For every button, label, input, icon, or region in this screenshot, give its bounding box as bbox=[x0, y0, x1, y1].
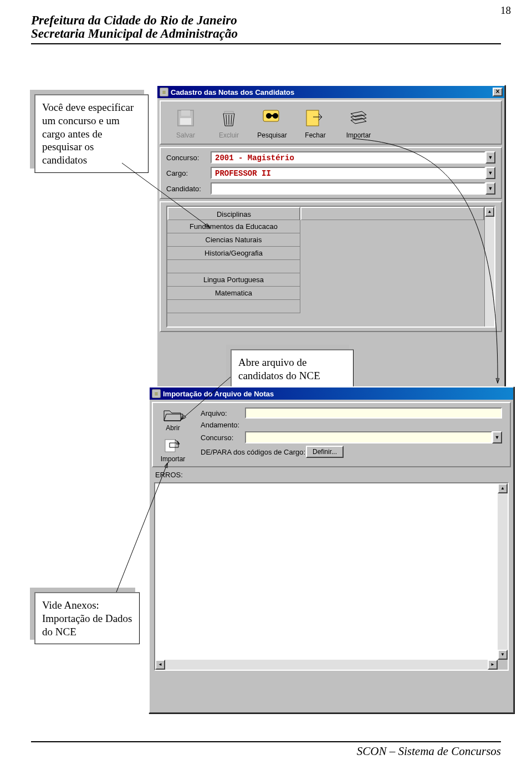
cargo-label: Cargo: bbox=[166, 169, 211, 177]
chevron-down-icon[interactable]: ▼ bbox=[485, 151, 495, 164]
concurso-label: Concurso: bbox=[166, 154, 211, 162]
concurso-value: 2001 - Magistério bbox=[211, 151, 485, 164]
scroll-right-icon[interactable]: ► bbox=[488, 660, 498, 670]
importar-button[interactable]: Importar bbox=[339, 106, 378, 139]
pesquisar-label: Pesquisar bbox=[253, 131, 291, 139]
save-icon bbox=[173, 106, 198, 130]
footer: SCON – Sistema de Concursos bbox=[31, 741, 501, 758]
window-title: Importação do Arquivo de Notas bbox=[163, 390, 511, 398]
excluir-button[interactable]: Excluir bbox=[209, 106, 248, 139]
erros-textarea[interactable]: ▲ ▼ ◄ ► bbox=[154, 482, 509, 671]
scrollbar-horizontal[interactable]: ◄ ► bbox=[155, 660, 498, 670]
grid-cell[interactable] bbox=[167, 260, 300, 273]
exit-icon bbox=[303, 106, 328, 130]
footer-text: SCON – Sistema de Concursos bbox=[31, 745, 501, 758]
svg-line-3 bbox=[226, 115, 227, 125]
arquivo-input[interactable] bbox=[245, 407, 502, 419]
folder-open-icon bbox=[162, 406, 184, 423]
fechar-label: Fechar bbox=[296, 131, 335, 139]
header-line1: Prefeitura da Cidade do Rio de Janeiro bbox=[31, 13, 501, 28]
chevron-down-icon[interactable]: ▼ bbox=[492, 431, 502, 443]
fechar-button[interactable]: Fechar bbox=[296, 106, 335, 139]
concurso2-combo[interactable]: ▼ bbox=[245, 431, 502, 443]
callout-vide-anexos: Vide Anexos: Importação de Dados do NCE bbox=[34, 592, 140, 644]
document-header: Prefeitura da Cidade do Rio de Janeiro S… bbox=[31, 13, 501, 44]
svg-rect-2 bbox=[180, 118, 191, 125]
chevron-down-icon[interactable]: ▼ bbox=[485, 167, 495, 179]
grid-cell[interactable]: Lingua Portuguesa bbox=[167, 273, 300, 287]
window-cadastro-notas: ≡ Cadastro das Notas dos Candidatos × Sa… bbox=[156, 85, 505, 395]
svg-line-5 bbox=[231, 115, 232, 125]
cargo-value: PROFESSOR II bbox=[211, 167, 485, 179]
callout-abre-arquivo: Abre arquivo de candidatos do NCE bbox=[231, 349, 354, 389]
window-importacao: ≡ Importação do Arquivo de Notas Abrir I… bbox=[149, 386, 514, 713]
page-number: 18 bbox=[500, 4, 511, 17]
importar-label: Importar bbox=[339, 131, 378, 139]
titlebar-importacao: ≡ Importação do Arquivo de Notas bbox=[150, 387, 513, 400]
scrollbar-vertical[interactable]: ▲ bbox=[484, 207, 494, 327]
grid-cell[interactable]: Historia/Geografia bbox=[167, 247, 300, 260]
header-line2: Secretaria Municipal de Administração bbox=[31, 27, 501, 41]
grid-header: Disciplinas bbox=[167, 207, 300, 220]
importar-button[interactable]: Importar bbox=[155, 437, 191, 463]
scroll-up-icon[interactable]: ▲ bbox=[498, 483, 508, 493]
salvar-button[interactable]: Salvar bbox=[166, 106, 205, 139]
erros-label: ERROS: bbox=[155, 471, 508, 479]
salvar-label: Salvar bbox=[166, 131, 205, 139]
svg-rect-6 bbox=[224, 111, 233, 114]
import-stack-icon bbox=[346, 106, 371, 130]
candidato-value bbox=[211, 182, 485, 195]
toolbar: Salvar Excluir Pesquisar Fechar bbox=[161, 101, 501, 144]
definir-button[interactable]: Definir... bbox=[306, 446, 344, 458]
scrollbar-vertical[interactable]: ▲ ▼ bbox=[498, 483, 508, 660]
cargo-combo[interactable]: PROFESSOR II ▼ bbox=[211, 167, 495, 179]
pesquisar-button[interactable]: Pesquisar bbox=[253, 106, 291, 139]
callout-specify: Você deve especificar um concurso e um c… bbox=[34, 94, 149, 173]
abrir-button[interactable]: Abrir bbox=[155, 406, 191, 432]
arquivo-label: Arquivo: bbox=[201, 409, 245, 417]
andamento-label: Andamento: bbox=[201, 421, 245, 429]
svg-rect-1 bbox=[181, 110, 190, 116]
close-icon[interactable]: × bbox=[493, 88, 503, 96]
abrir-label: Abrir bbox=[155, 424, 191, 432]
svg-rect-11 bbox=[306, 110, 319, 126]
importar-label: Importar bbox=[155, 455, 191, 463]
scroll-left-icon[interactable]: ◄ bbox=[155, 660, 165, 670]
app-icon: ≡ bbox=[152, 389, 161, 398]
trash-icon bbox=[217, 106, 241, 130]
header-rule bbox=[31, 43, 501, 44]
excluir-label: Excluir bbox=[209, 131, 248, 139]
grid-cell[interactable]: Ciencias Naturais bbox=[167, 233, 300, 247]
scroll-up-icon[interactable]: ▲ bbox=[485, 207, 494, 217]
chevron-down-icon[interactable]: ▼ bbox=[485, 182, 495, 195]
titlebar-cadastro: ≡ Cadastro das Notas dos Candidatos × bbox=[157, 86, 504, 98]
candidato-label: Candidato: bbox=[166, 185, 211, 193]
window-title: Cadastro das Notas dos Candidatos bbox=[171, 88, 492, 96]
grid-cell[interactable]: Fundamentos da Educacao bbox=[167, 220, 300, 233]
concurso2-label: Concurso: bbox=[201, 434, 245, 442]
import-file-icon bbox=[162, 437, 184, 454]
grid-cell[interactable] bbox=[167, 300, 300, 313]
concurso-combo[interactable]: 2001 - Magistério ▼ bbox=[211, 151, 495, 164]
depara-label: DE/PARA dos códigos de Cargo: bbox=[201, 448, 306, 456]
scroll-down-icon[interactable]: ▼ bbox=[498, 650, 508, 660]
candidato-combo[interactable]: ▼ bbox=[211, 182, 495, 195]
search-icon bbox=[260, 106, 284, 130]
svg-rect-10 bbox=[270, 115, 274, 116]
svg-rect-12 bbox=[165, 440, 175, 452]
disciplinas-grid: Disciplinas Fundamentos da Educacao Cien… bbox=[166, 206, 495, 328]
grid-cell[interactable]: Matematica bbox=[167, 287, 300, 300]
app-icon: ≡ bbox=[160, 88, 168, 96]
